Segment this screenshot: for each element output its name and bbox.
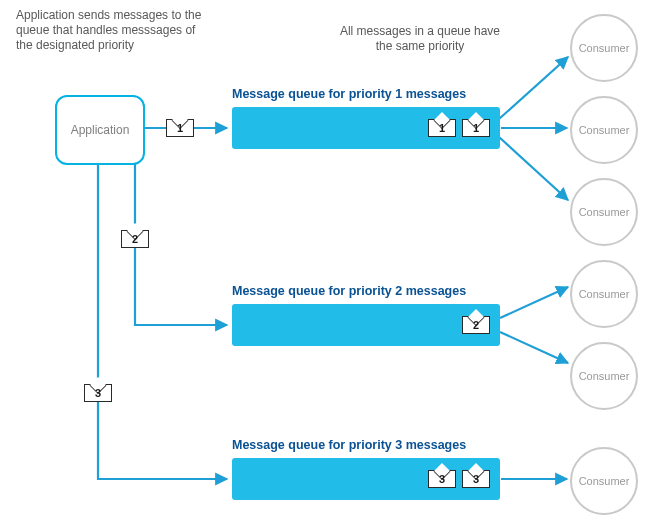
consumer-node: Consumer <box>570 178 638 246</box>
queue2-msg: 2 <box>462 316 490 334</box>
caption-queue-priority: All messages in a queue have the same pr… <box>335 24 505 54</box>
application-label: Application <box>71 123 130 137</box>
consumer-node: Consumer <box>570 447 638 515</box>
consumer-node: Consumer <box>570 96 638 164</box>
pipe-envelope-1: 1 <box>166 119 194 137</box>
queue1-label: Message queue for priority 1 messages <box>232 87 466 101</box>
queue3-box: 3 3 <box>232 458 500 500</box>
arrow-q1-to-c3 <box>499 137 568 200</box>
queue2-box: 2 <box>232 304 500 346</box>
caption-application: Application sends messages to the queue … <box>16 8 206 53</box>
pipe-envelope-3: 3 <box>84 384 112 402</box>
consumer-node: Consumer <box>570 342 638 410</box>
pipe-envelope-2: 2 <box>121 230 149 248</box>
consumer-node: Consumer <box>570 260 638 328</box>
consumer-node: Consumer <box>570 14 638 82</box>
arrow-q2-to-c5 <box>500 332 568 363</box>
arrow-q2-to-c4 <box>500 287 568 318</box>
queue2-label: Message queue for priority 2 messages <box>232 284 466 298</box>
arrow-q1-to-c1 <box>499 57 568 119</box>
queue1-msg: 1 <box>462 119 490 137</box>
queue1-msg: 1 <box>428 119 456 137</box>
queue1-box: 1 1 <box>232 107 500 149</box>
application-node: Application <box>55 95 145 165</box>
queue3-msg: 3 <box>428 470 456 488</box>
arrow-app-to-queue3 <box>98 161 227 479</box>
queue3-msg: 3 <box>462 470 490 488</box>
queue3-label: Message queue for priority 3 messages <box>232 438 466 452</box>
